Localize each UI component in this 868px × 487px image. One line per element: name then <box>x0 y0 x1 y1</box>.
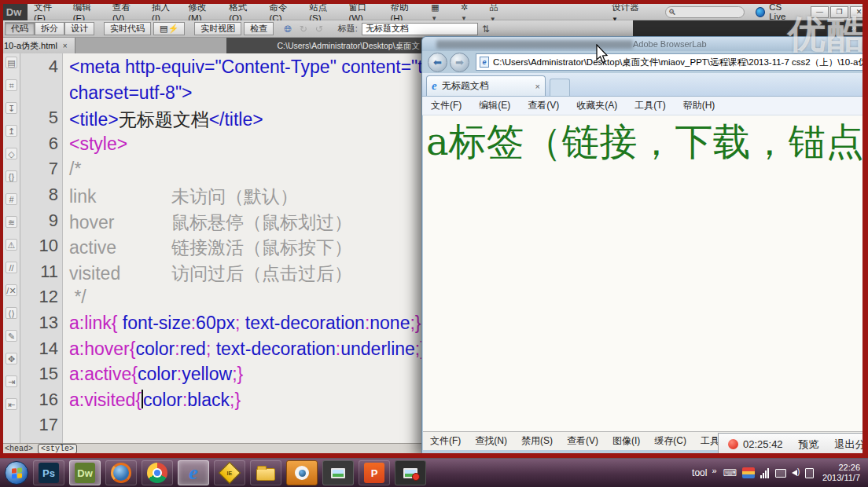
live-code-button[interactable]: 实时代码 <box>104 22 151 35</box>
dw-menu-item-5[interactable]: 格式(O) <box>223 2 263 23</box>
refresh-icon[interactable]: 🌐︎ <box>280 24 296 35</box>
new-tab-button[interactable] <box>550 79 570 96</box>
p-app-icon[interactable]: P <box>359 460 390 485</box>
ietester-icon[interactable]: IE <box>214 460 245 485</box>
page-link-text[interactable]: a标签（链接，下载，锚点 <box>423 115 868 167</box>
display-icon[interactable] <box>775 469 786 478</box>
dw-menu-item-6[interactable]: 命令(C) <box>263 2 303 23</box>
forward-icon[interactable]: ↺ <box>311 24 327 35</box>
live-view-button[interactable]: 实时视图 <box>194 22 241 35</box>
code-segment: 鼠标悬停（鼠标划过） <box>171 212 352 233</box>
inspect-button[interactable]: 检查 <box>244 22 274 35</box>
document-title-input[interactable] <box>362 23 478 35</box>
recording-dot-icon <box>728 439 738 449</box>
code-segment: 无标题文档 <box>119 109 209 130</box>
app-search-input[interactable]: 🔍︎ <box>665 6 745 18</box>
dw-menubar: Dw 文件(F)编辑(E)查看(V)插入(I)修改(M)格式(O)命令(C)站点… <box>0 4 868 20</box>
keyboard-icon[interactable]: ⌨ <box>723 467 737 478</box>
ie-menu-item-5[interactable]: 帮助(H) <box>675 99 724 112</box>
dw-menu-item-0[interactable]: 文件(F) <box>28 2 67 23</box>
clipboard-icon[interactable] <box>805 468 814 478</box>
code-segment: <title> <box>69 109 119 130</box>
line-number: 14 <box>20 339 58 359</box>
dw-menu-item-3[interactable]: 插入(I) <box>145 2 182 23</box>
ie-tab[interactable]: e 无标题文档 × <box>426 75 546 96</box>
ie-menu-item-1[interactable]: 编辑(E) <box>470 99 519 112</box>
code-segment: yellow <box>182 364 232 384</box>
design-view-button[interactable]: 设计 <box>64 22 94 35</box>
ie-tab-close-icon[interactable]: × <box>535 82 540 91</box>
screen-recorder-icon[interactable] <box>395 460 426 485</box>
snapshot-icon[interactable] <box>322 460 354 485</box>
code-segment: font-size <box>117 313 190 333</box>
code-text: active链接激活（鼠标按下） <box>69 236 352 260</box>
dev-menu-item-1[interactable]: 查找(N) <box>468 434 514 448</box>
code-text: charset=utf-8"> <box>69 82 192 104</box>
youku-watermark: 优酷 <box>788 9 866 60</box>
code-segment: 未访问（默认） <box>171 186 298 207</box>
dw-menu-item-4[interactable]: 修改(M) <box>182 2 223 23</box>
code-segment: red <box>180 339 206 359</box>
code-segment: none <box>370 313 410 333</box>
extend-icon[interactable]: ✲ ▼ <box>454 2 483 22</box>
ime-icon[interactable] <box>742 467 755 478</box>
volume-icon[interactable] <box>792 470 800 476</box>
file-management-icon[interactable]: ⇅ <box>478 24 494 35</box>
tag-head[interactable]: <head> <box>5 445 33 453</box>
code-text: a:visited{color:black;} <box>69 390 241 411</box>
photoshop-icon[interactable]: Ps <box>33 460 64 485</box>
tag-style[interactable]: <style> <box>38 444 77 454</box>
start-orb[interactable] <box>5 461 28 485</box>
code-segment: active <box>69 237 171 258</box>
layout-switcher-icon[interactable]: ▦ ▼ <box>424 2 454 22</box>
ie-menu-item-2[interactable]: 查看(V) <box>519 99 568 112</box>
ie-menu-item-3[interactable]: 收藏夹(A) <box>568 99 626 112</box>
dw-menu-item-9[interactable]: 帮助(H) <box>384 2 424 23</box>
dw-menu-item-7[interactable]: 站点(S) <box>303 2 342 23</box>
dev-menu-item-5[interactable]: 缓存(C) <box>647 434 693 448</box>
dev-menu-item-2[interactable]: 禁用(S) <box>514 434 560 448</box>
recording-border-left <box>0 0 3 458</box>
back-icon[interactable]: ↻ <box>296 24 311 35</box>
dw-menu-item-1[interactable]: 编辑(E) <box>67 2 106 23</box>
dev-menu-item-0[interactable]: 文件(F) <box>423 434 468 448</box>
ie-menubar: 文件(F)编辑(E)查看(V)收藏夹(A)工具(T)帮助(H) <box>422 97 867 115</box>
tray-chevron-icon[interactable]: » <box>712 466 716 475</box>
dev-menu-item-3[interactable]: 查看(V) <box>560 434 605 448</box>
ie-menu-item-0[interactable]: 文件(F) <box>422 99 470 112</box>
workspace-switcher[interactable]: 设计器 ▼ <box>605 2 651 23</box>
line-number: 4 <box>20 57 58 77</box>
document-tab[interactable]: 10-a伪类.html × <box>0 38 75 53</box>
taskbar: Ps Dw e IE P tool » ⌨ 22:26 2013/11/7 <box>0 458 868 487</box>
dw-menu-item-8[interactable]: 窗口(W) <box>342 2 384 23</box>
code-view-button[interactable]: 代码 <box>5 22 35 35</box>
ie-icon[interactable]: e <box>178 460 209 485</box>
site-icon[interactable]: 品 ▼ <box>483 2 513 23</box>
dev-menu-item-4[interactable]: 图像(I) <box>605 434 647 448</box>
explorer-icon[interactable] <box>250 460 281 485</box>
code-segment: } <box>234 390 241 410</box>
code-segment: 链接激活（鼠标按下） <box>171 237 352 258</box>
network-signal-icon[interactable] <box>760 468 770 478</box>
taskbar-clock[interactable]: 22:26 2013/11/7 <box>822 463 860 483</box>
clock-date: 2013/11/7 <box>822 473 860 483</box>
chrome-icon[interactable] <box>142 460 173 485</box>
ie-menu-item-4[interactable]: 工具(T) <box>626 99 674 112</box>
code-text: <title>无标题文档</title> <box>69 108 263 132</box>
preview-button[interactable]: 预览 <box>799 438 819 452</box>
dw-menu-item-2[interactable]: 查看(V) <box>106 2 145 23</box>
tab-close-icon[interactable]: × <box>63 42 68 50</box>
recording-border-right <box>862 0 868 458</box>
recording-time: 02:25:42 <box>743 438 783 450</box>
code-text: <style> <box>69 134 127 155</box>
code-text: hover鼠标悬停（鼠标划过） <box>69 211 352 235</box>
back-button[interactable]: ⬅ <box>428 53 447 72</box>
split-view-button[interactable]: 拆分 <box>35 22 64 35</box>
dreamweaver-icon[interactable]: Dw <box>69 460 101 485</box>
file-compare-icon[interactable]: ▤⚡ <box>153 22 185 35</box>
recording-border-top <box>0 0 868 4</box>
code-text: /* <box>69 159 81 180</box>
firefox-icon[interactable] <box>105 460 137 485</box>
webcam-icon[interactable] <box>286 460 318 485</box>
forward-button[interactable]: ➡ <box>450 53 469 72</box>
